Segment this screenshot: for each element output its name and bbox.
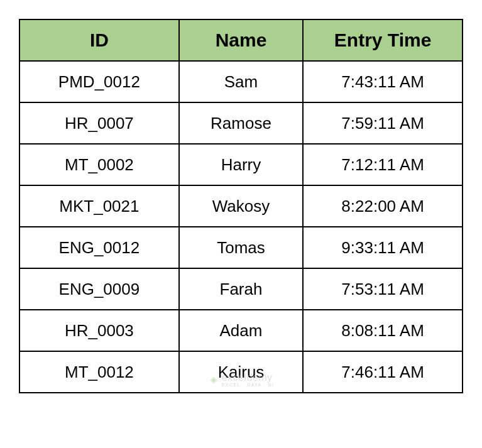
cell-entry-time: 8:22:00 AM bbox=[303, 185, 463, 227]
table-container: ID Name Entry Time PMD_0012 Sam 7:43:11 … bbox=[19, 19, 463, 393]
table-body: PMD_0012 Sam 7:43:11 AM HR_0007 Ramose 7… bbox=[19, 61, 463, 393]
cell-name: Adam bbox=[179, 310, 303, 351]
table-row: HR_0007 Ramose 7:59:11 AM bbox=[19, 102, 463, 144]
cell-id: ENG_0009 bbox=[19, 268, 179, 310]
table-row: MT_0012 Kairus 7:46:11 AM bbox=[19, 351, 463, 393]
cell-name: Ramose bbox=[179, 102, 303, 144]
cell-entry-time: 8:08:11 AM bbox=[303, 310, 463, 351]
header-entry-time: Entry Time bbox=[303, 19, 463, 61]
table-header-row: ID Name Entry Time bbox=[19, 19, 463, 61]
table-row: PMD_0012 Sam 7:43:11 AM bbox=[19, 61, 463, 102]
table-row: MKT_0021 Wakosy 8:22:00 AM bbox=[19, 185, 463, 227]
cell-name: Farah bbox=[179, 268, 303, 310]
cell-id: HR_0003 bbox=[19, 310, 179, 351]
cell-name: Sam bbox=[179, 61, 303, 102]
header-name: Name bbox=[179, 19, 303, 61]
table-row: HR_0003 Adam 8:08:11 AM bbox=[19, 310, 463, 351]
cell-entry-time: 7:59:11 AM bbox=[303, 102, 463, 144]
cell-id: ENG_0012 bbox=[19, 227, 179, 268]
cell-entry-time: 7:46:11 AM bbox=[303, 351, 463, 393]
cell-name: Harry bbox=[179, 144, 303, 185]
cell-name: Tomas bbox=[179, 227, 303, 268]
cell-name: Wakosy bbox=[179, 185, 303, 227]
cell-entry-time: 7:12:11 AM bbox=[303, 144, 463, 185]
cell-id: MKT_0021 bbox=[19, 185, 179, 227]
cell-id: PMD_0012 bbox=[19, 61, 179, 102]
cell-id: MT_0002 bbox=[19, 144, 179, 185]
table-row: ENG_0009 Farah 7:53:11 AM bbox=[19, 268, 463, 310]
header-id: ID bbox=[19, 19, 179, 61]
cell-entry-time: 7:43:11 AM bbox=[303, 61, 463, 102]
employee-entry-table: ID Name Entry Time PMD_0012 Sam 7:43:11 … bbox=[19, 19, 463, 393]
cell-id: MT_0012 bbox=[19, 351, 179, 393]
cell-entry-time: 7:53:11 AM bbox=[303, 268, 463, 310]
table-row: MT_0002 Harry 7:12:11 AM bbox=[19, 144, 463, 185]
cell-entry-time: 9:33:11 AM bbox=[303, 227, 463, 268]
table-row: ENG_0012 Tomas 9:33:11 AM bbox=[19, 227, 463, 268]
cell-name: Kairus bbox=[179, 351, 303, 393]
cell-id: HR_0007 bbox=[19, 102, 179, 144]
